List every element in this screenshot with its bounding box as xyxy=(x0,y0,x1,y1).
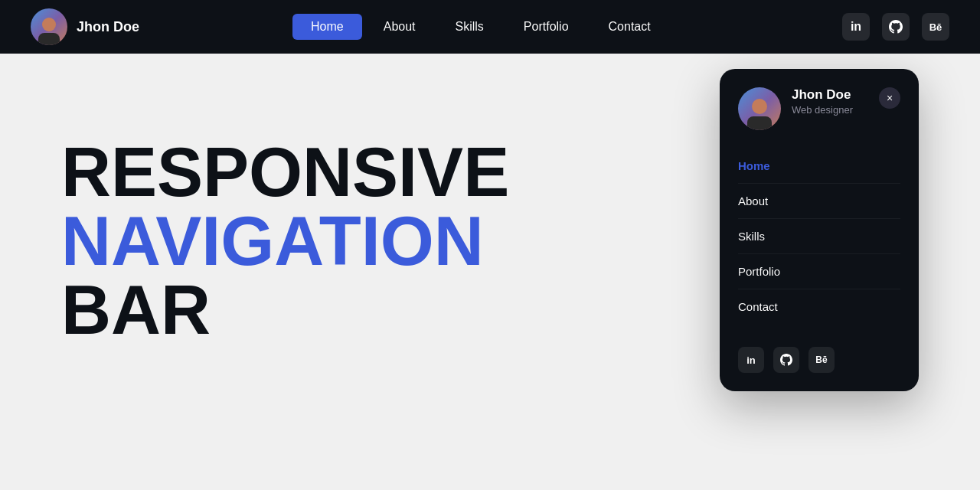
nav-link-portfolio[interactable]: Portfolio xyxy=(505,14,587,40)
mobile-nav-card: Jhon Doe Web designer × Home About Skill… xyxy=(720,69,919,391)
mobile-nav-link-skills[interactable]: Skills xyxy=(738,219,900,254)
nav-link-contact[interactable]: Contact xyxy=(590,14,669,40)
nav-brand: Jhon Doe xyxy=(31,8,139,45)
mobile-nav-link-portfolio[interactable]: Portfolio xyxy=(738,254,900,289)
nav-behance-icon[interactable]: Bē xyxy=(922,13,949,41)
mobile-github-icon[interactable] xyxy=(773,347,799,373)
mobile-nav-link-about[interactable]: About xyxy=(738,184,900,219)
mobile-user-info: Jhon Doe Web designer xyxy=(792,87,853,116)
avatar-head xyxy=(42,18,56,31)
mobile-user-name: Jhon Doe xyxy=(792,87,853,103)
nav-link-home[interactable]: Home xyxy=(292,14,362,40)
mobile-nav-link-home[interactable]: Home xyxy=(738,149,900,184)
nav-github-icon[interactable] xyxy=(882,13,910,41)
main-content: RESPONSIVE NAVIGATION BAR Jhon Doe Web d… xyxy=(0,54,980,490)
mobile-linkedin-icon[interactable]: in xyxy=(738,347,764,373)
mobile-avatar xyxy=(738,87,781,130)
mobile-nav-links: Home About Skills Portfolio Contact xyxy=(738,149,900,324)
mobile-nav-link-contact[interactable]: Contact xyxy=(738,289,900,324)
mobile-card-header: Jhon Doe Web designer × xyxy=(738,87,900,130)
nav-links: Home About Skills Portfolio Contact xyxy=(292,14,669,40)
nav-linkedin-icon[interactable]: in xyxy=(842,13,870,41)
mobile-social: in Bē xyxy=(738,347,900,373)
navbar: Jhon Doe Home About Skills Portfolio Con… xyxy=(0,0,980,54)
avatar-body xyxy=(38,33,60,45)
mobile-user-role: Web designer xyxy=(792,104,853,116)
nav-avatar xyxy=(31,8,67,45)
close-button[interactable]: × xyxy=(879,87,900,109)
nav-link-skills[interactable]: Skills xyxy=(437,14,502,40)
mobile-behance-icon[interactable]: Bē xyxy=(808,347,835,373)
nav-link-about[interactable]: About xyxy=(365,14,434,40)
mobile-avatar-body xyxy=(747,116,772,130)
mobile-avatar-head xyxy=(752,99,767,114)
brand-name: Jhon Doe xyxy=(77,19,139,35)
nav-social: in Bē xyxy=(842,13,949,41)
